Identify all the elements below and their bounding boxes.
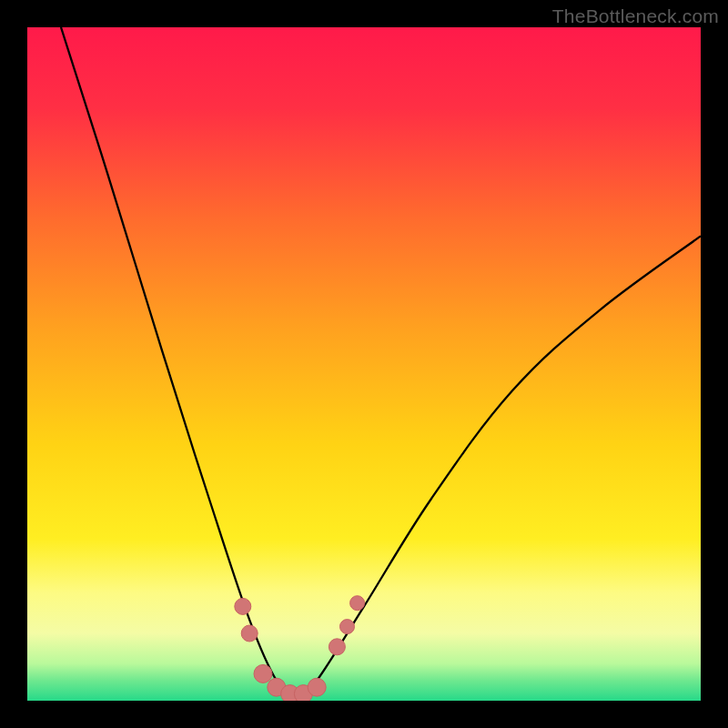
svg-rect-0 [27, 27, 701, 701]
plot-frame [27, 27, 701, 701]
watermark-text: TheBottleneck.com [552, 5, 719, 27]
background-gradient [27, 27, 701, 701]
